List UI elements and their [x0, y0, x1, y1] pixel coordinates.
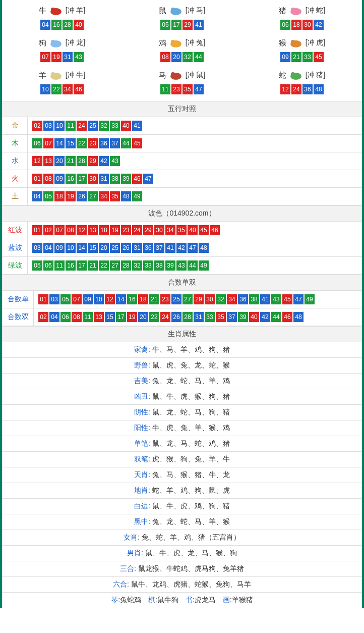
number-badge: 35	[216, 312, 226, 322]
attr-value: 鼠、龙、蛇、马、狗、猪	[152, 408, 230, 416]
number-badge: 34	[63, 84, 73, 94]
attr-separator: :	[141, 549, 145, 557]
zodiac-icon	[167, 70, 185, 81]
number-badge: 41	[194, 20, 204, 30]
number-badge: 43	[271, 294, 281, 304]
table-row: 红波0102070812131819232429303435404546	[3, 222, 362, 239]
number-badge: 38	[110, 174, 120, 184]
zodiac-conflict: [冲 蛇]	[306, 6, 326, 15]
attr-row: 黑中: 兔、龙、蛇、马、羊、猴	[3, 514, 362, 530]
number-badge: 22	[149, 312, 159, 322]
number-badge: 05	[160, 20, 170, 30]
zodiac-icon	[47, 37, 65, 48]
attr-value: 虎、猴、狗、兔、羊、牛	[152, 455, 230, 463]
number-badge: 36	[238, 294, 248, 304]
number-badge: 13	[94, 312, 104, 322]
attr-value: 鼠、牛、虎、龙、马、猴、狗	[145, 549, 237, 557]
attr-row: 三合: 鼠龙猴、牛蛇鸡、虎马狗、兔羊猪	[3, 561, 362, 577]
attr-footer-row: 琴:兔蛇鸡 棋:鼠牛狗 书:虎龙马 画:羊猴猪	[3, 593, 362, 608]
number-badge: 25	[171, 294, 181, 304]
number-badge: 41	[132, 121, 142, 131]
number-badge: 06	[280, 20, 290, 30]
zodiac-numbers: 12243648	[242, 84, 362, 95]
number-badge: 23	[88, 138, 98, 148]
attr-value: 蛇、羊、鸡、狗、鼠、虎	[152, 486, 230, 494]
number-badge: 10	[94, 294, 104, 304]
number-badge: 31	[99, 174, 109, 184]
svg-point-15	[171, 72, 175, 76]
number-badge: 35	[110, 191, 120, 201]
number-badge: 44	[194, 52, 204, 62]
number-badge: 11	[160, 84, 170, 94]
number-badge: 09	[54, 243, 65, 253]
number-badge: 42	[314, 20, 324, 30]
number-badge: 32	[132, 260, 142, 271]
attr-label: 黑中	[134, 517, 148, 525]
number-badge: 24	[132, 225, 142, 235]
zodiac-icon	[287, 37, 305, 48]
number-badge: 29	[88, 156, 98, 166]
number-badge: 44	[121, 138, 131, 148]
number-badge: 28	[63, 20, 73, 30]
attr-row: 单笔: 鼠、龙、马、蛇、鸡、猪	[3, 436, 362, 452]
table-row: 合数双0204060811131517192022242628313335373…	[3, 308, 362, 326]
attr-value: 兔、龙、蛇、马、羊、鸡	[152, 377, 230, 385]
number-badge: 47	[293, 294, 304, 304]
number-badge: 48	[199, 243, 209, 253]
table-row: 土04051819262734354849	[3, 188, 362, 205]
number-badge: 33	[143, 260, 153, 271]
attr-label: 女肖	[124, 533, 138, 541]
number-badge: 15	[66, 138, 76, 148]
number-badge: 07	[43, 138, 53, 148]
number-badge: 02	[38, 312, 48, 322]
attr-separator: :	[148, 408, 152, 416]
attr-label: 双笔	[134, 455, 148, 463]
attr-label: 阳性	[134, 424, 148, 432]
number-badge: 28	[183, 312, 193, 322]
number-badge: 46	[132, 174, 142, 184]
number-badge: 40	[74, 20, 84, 30]
attr-row: 阴性: 鼠、龙、蛇、马、狗、猪	[3, 405, 362, 420]
number-badge: 03	[32, 243, 42, 253]
number-badge: 45	[282, 294, 292, 304]
number-badge: 08	[160, 52, 170, 62]
number-badge: 21	[291, 52, 301, 62]
attr-row: 六合: 鼠牛、龙鸡、虎猪、蛇猴、兔狗、马羊	[3, 577, 362, 593]
number-badge: 36	[99, 138, 109, 148]
number-badge: 49	[132, 191, 142, 201]
number-badge: 16	[66, 260, 76, 271]
number-badge: 27	[183, 294, 193, 304]
heshu-header: 合数单双	[3, 275, 362, 291]
row-numbers: 0102070812131819232429303435404546	[28, 222, 362, 239]
number-badge: 14	[54, 138, 65, 148]
row-label: 金	[3, 117, 28, 135]
number-badge: 31	[132, 243, 142, 253]
attr-value: 兔、蛇、羊、鸡、猪（五宫肖）	[142, 533, 240, 541]
row-label: 红波	[3, 222, 28, 239]
attr-footer-label: 画	[223, 596, 230, 604]
row-numbers: 03040910141520252631363741424748	[28, 239, 362, 257]
bose-table: 波色（014902.com） 红波01020708121318192324293…	[2, 205, 362, 275]
attr-label: 吉美	[134, 377, 148, 385]
number-badge: 29	[194, 294, 204, 304]
number-badge: 38	[249, 294, 259, 304]
number-badge: 26	[121, 243, 131, 253]
attr-label: 家禽	[134, 345, 148, 353]
zodiac-cell: 蛇[冲 猪]12243648	[242, 67, 362, 99]
attr-row: 家禽: 牛、马、羊、鸡、狗、猪	[3, 342, 362, 358]
number-badge: 40	[249, 312, 259, 322]
number-badge: 47	[194, 84, 204, 94]
number-badge: 15	[105, 312, 115, 322]
attr-footer-value: 兔蛇鸡	[120, 596, 141, 604]
attr-separator: :	[134, 564, 138, 572]
zodiac-icon	[287, 5, 305, 16]
number-badge: 48	[121, 191, 131, 201]
number-badge: 48	[314, 84, 324, 94]
number-badge: 04	[49, 312, 59, 322]
number-badge: 12	[280, 84, 290, 94]
number-badge: 34	[165, 225, 175, 235]
zodiac-conflict: [冲 鼠]	[186, 71, 206, 80]
attr-row: 吉美: 兔、龙、蛇、马、羊、鸡	[3, 374, 362, 389]
number-badge: 12	[77, 225, 87, 235]
number-badge: 12	[32, 156, 42, 166]
